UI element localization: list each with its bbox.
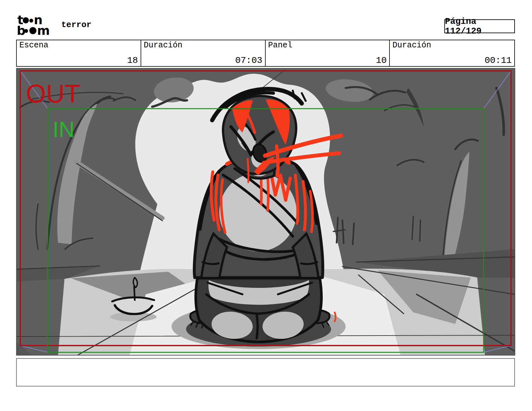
toonboom-logo: t n b m <box>17 14 59 35</box>
panel-label: Panel <box>268 41 292 50</box>
panel-duration-value: 00:11 <box>485 55 512 65</box>
logo-dot <box>23 17 29 24</box>
logo-letter-m: m <box>37 24 50 35</box>
panel-info-table: Escena 18 Duración 07:03 Panel 10 Duraci… <box>16 40 515 67</box>
candle-wick <box>134 287 135 300</box>
storyboard-page: t n b m terror Página 112/129 Escena 18 … <box>0 0 532 411</box>
page-number-label: Página 112/129 <box>445 17 514 36</box>
scene-cell: Escena 18 <box>17 40 141 66</box>
project-title: terror <box>61 20 92 30</box>
figure-legs <box>196 278 321 342</box>
camera-out-label: OUT <box>26 79 80 108</box>
scene-value: 18 <box>127 55 138 65</box>
scene-duration-value: 07:03 <box>235 55 262 65</box>
storyboard-drawing: OUT IN <box>17 69 515 355</box>
camera-in-label: IN <box>53 117 74 142</box>
logo-dot <box>29 27 36 34</box>
panel-duration-label: Duración <box>392 41 431 50</box>
caption-box[interactable] <box>16 358 515 387</box>
page-number-box: Página 112/129 <box>444 19 515 33</box>
scene-duration-cell: Duración 07:03 <box>141 40 266 66</box>
storyboard-panel: OUT IN <box>16 68 515 356</box>
panel-cell: Panel 10 <box>266 40 390 66</box>
scene-duration-label: Duración <box>144 41 182 50</box>
logo-dot <box>24 29 28 33</box>
panel-value: 10 <box>376 55 387 65</box>
scene-label: Escena <box>19 41 48 50</box>
panel-duration-cell: Duración 00:11 <box>390 40 514 66</box>
logo-dot <box>29 19 33 23</box>
logo-letter-b: b <box>17 24 25 35</box>
